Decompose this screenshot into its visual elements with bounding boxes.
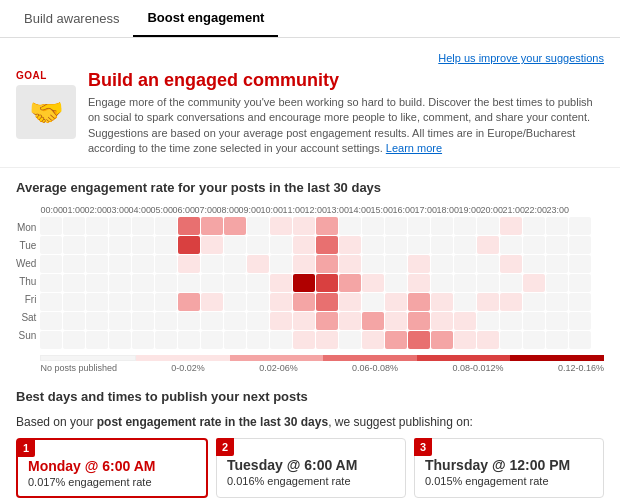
card-time-3: Thursday @ 12:00 PM: [425, 457, 593, 473]
heatmap-cell: [385, 217, 407, 235]
heatmap-cell: [247, 217, 269, 235]
heatmap-cell: [546, 274, 568, 292]
heatmap-cell: [201, 331, 223, 349]
heatmap-cell: [132, 255, 154, 273]
legend-label-1: 0-0.02%: [171, 363, 205, 373]
heatmap-cell: [155, 217, 177, 235]
day-label-thu: Thu: [16, 273, 40, 291]
heatmap-cell: [86, 217, 108, 235]
heatmap-legend: No posts published 0-0.02% 0.02-06% 0.06…: [40, 355, 604, 373]
heatmap-cell: [385, 293, 407, 311]
heatmap-cell: [270, 274, 292, 292]
heatmap-cell: [109, 331, 131, 349]
heatmap-cell: [454, 217, 476, 235]
heatmap-cell: [132, 274, 154, 292]
heatmap-cell: [316, 236, 338, 254]
goal-label: GOAL: [16, 70, 76, 81]
heatmap-cell: [40, 255, 62, 273]
heatmap-cell: [569, 236, 591, 254]
heatmap-cell: [569, 255, 591, 273]
heatmap-cell: [86, 255, 108, 273]
heatmap-cell: [247, 236, 269, 254]
heatmap-cell: [155, 312, 177, 330]
heatmap-cell: [477, 312, 499, 330]
heatmap-cell: [86, 331, 108, 349]
heatmap-cell: [270, 255, 292, 273]
heatmap-cell: [569, 293, 591, 311]
heatmap-cell: [408, 274, 430, 292]
heatmap-cell: [408, 331, 430, 349]
heatmap-cell: [316, 274, 338, 292]
heatmap-cell: [293, 217, 315, 235]
heatmap-cell: [408, 255, 430, 273]
heatmap-cell: [40, 293, 62, 311]
heatmap-cell: [546, 236, 568, 254]
heatmap-cell: [431, 274, 453, 292]
day-label-mon: Mon: [16, 219, 40, 237]
heatmap-cell: [500, 274, 522, 292]
heatmap-cell: [40, 217, 62, 235]
heatmap-cell: [86, 236, 108, 254]
heatmap-cell: [408, 312, 430, 330]
heatmap-cell: [362, 255, 384, 273]
heatmap-cell: [247, 293, 269, 311]
heatmap-cell: [385, 312, 407, 330]
heatmap-cell: [408, 236, 430, 254]
learn-more-link[interactable]: Learn more: [386, 142, 442, 154]
heatmap-cell: [63, 312, 85, 330]
heatmap-cell: [569, 274, 591, 292]
heatmap-cell: [569, 312, 591, 330]
heatmap-cell: [500, 312, 522, 330]
heatmap-cell: [454, 293, 476, 311]
heatmap-cell: [270, 236, 292, 254]
heatmap-cell: [339, 293, 361, 311]
heatmap-cell: [431, 331, 453, 349]
heatmap-cell: [454, 274, 476, 292]
engagement-card-3: 3 Thursday @ 12:00 PM 0.015% engagement …: [414, 438, 604, 498]
heatmap-cell: [293, 255, 315, 273]
heatmap-cell: [523, 312, 545, 330]
heatmap-cell: [500, 217, 522, 235]
heatmap-cell: [201, 293, 223, 311]
heatmap-cell: [546, 312, 568, 330]
heatmap-cell: [523, 274, 545, 292]
engagement-cards-row: 1 Monday @ 6:00 AM 0.017% engagement rat…: [16, 438, 604, 498]
heatmap-row: [40, 274, 604, 292]
heatmap-cell: [362, 312, 384, 330]
legend-label-0: No posts published: [40, 363, 117, 373]
engagement-card-2: 2 Tuesday @ 6:00 AM 0.016% engagement ra…: [216, 438, 406, 498]
card-number-3: 3: [414, 438, 432, 456]
card-rate-2: 0.016% engagement rate: [227, 475, 395, 487]
heatmap-cell: [224, 312, 246, 330]
tab-boost-engagement[interactable]: Boost engagement: [133, 0, 278, 37]
heatmap-cell: [63, 331, 85, 349]
help-link[interactable]: Help us improve your suggestions: [438, 52, 604, 64]
post-engagement-subtitle: Based on your post engagement rate in th…: [16, 414, 604, 431]
heatmap-cell: [270, 331, 292, 349]
heatmap-cell: [316, 331, 338, 349]
heatmap-cell: [155, 274, 177, 292]
heatmap-cell: [155, 236, 177, 254]
heatmap-cell: [293, 331, 315, 349]
heatmap-cell: [454, 331, 476, 349]
heatmap-cell: [247, 274, 269, 292]
heatmap-cell: [247, 255, 269, 273]
heatmap-cell: [362, 217, 384, 235]
heatmap-cell: [523, 236, 545, 254]
best-days-title: Best days and times to publish your next…: [16, 389, 604, 404]
tab-build-awareness[interactable]: Build awareness: [10, 1, 133, 36]
heatmap-row: [40, 255, 604, 273]
heatmap-cell: [454, 312, 476, 330]
heatmap-container: Mon Tue Wed Thu Fri Sat Sun 00:00 01:00 …: [16, 205, 604, 373]
heatmap-cell: [385, 236, 407, 254]
heatmap-cell: [316, 293, 338, 311]
heatmap-title: Average engagement rate for your posts i…: [16, 180, 604, 195]
heatmap-cell: [477, 274, 499, 292]
card-time-1: Monday @ 6:00 AM: [28, 458, 196, 474]
heatmap-cell: [523, 331, 545, 349]
heatmap-cell: [224, 274, 246, 292]
heatmap-cell: [201, 274, 223, 292]
day-labels: Mon Tue Wed Thu Fri Sat Sun: [16, 205, 40, 373]
heatmap-cell: [431, 217, 453, 235]
heatmap-cell: [132, 293, 154, 311]
